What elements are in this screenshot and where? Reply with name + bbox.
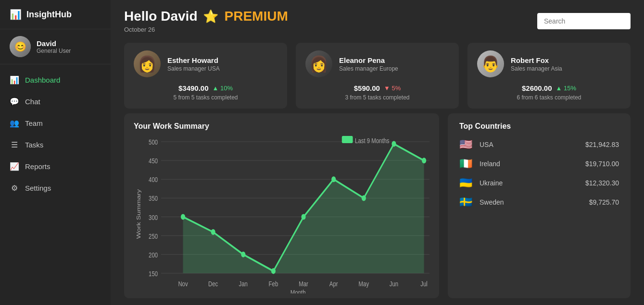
tasks-icon: ☰ — [10, 140, 19, 149]
svg-text:Month: Month — [290, 288, 306, 293]
avatar: 😊 — [10, 36, 31, 57]
svg-text:200: 200 — [149, 251, 158, 259]
svg-marker-29 — [183, 144, 424, 273]
card-1-name: Esther Howard — [167, 56, 220, 64]
card-3-info: Robert Fox Sales manager Asia — [511, 56, 562, 72]
card-2-role: Sales manager Europe — [339, 65, 398, 72]
card-3-stats: $2600.00 ▲ 15% 6 from 6 tasks completed — [477, 84, 621, 101]
card-1-amount: $3490.00 — [178, 84, 209, 92]
country-name-usa: USA — [480, 141, 579, 148]
logo-icon: 📊 — [10, 9, 22, 20]
svg-text:Work Summary: Work Summary — [135, 189, 141, 239]
sidebar-item-reports[interactable]: 📈 Reports — [0, 156, 111, 177]
country-row-3: 🇺🇦 Ukraine $12,320.30 — [459, 177, 619, 189]
svg-point-33 — [271, 268, 276, 274]
svg-text:Jan: Jan — [239, 280, 248, 288]
user-role: General User — [37, 48, 71, 54]
svg-point-35 — [331, 176, 336, 182]
sidebar-item-label-team: Team — [25, 119, 43, 127]
svg-text:Apr: Apr — [329, 280, 338, 288]
svg-point-32 — [241, 252, 245, 257]
app-name: InsightHub — [26, 10, 72, 20]
chart-title: Your Work Summary — [134, 122, 429, 131]
card-1-avatar: 👩 — [134, 50, 161, 77]
country-name-ireland: Ireland — [480, 160, 579, 168]
chat-icon: 💬 — [10, 97, 19, 106]
header-date: October 26 — [124, 26, 288, 33]
sidebar: 📊 InsightHub 😊 David General User 📊 Dash… — [0, 0, 111, 305]
svg-text:400: 400 — [149, 176, 158, 184]
reports-icon: 📈 — [10, 162, 19, 171]
svg-point-37 — [391, 141, 396, 147]
work-summary-svg: 500 450 400 350 300 250 200 150 Work Sum… — [134, 134, 429, 293]
card-2-info: Eleanor Pena Sales manager Europe — [339, 56, 398, 72]
manager-card-3: 👨 Robert Fox Sales manager Asia $2600.00… — [467, 43, 631, 109]
header-left: Hello David ⭐ PREMIUM October 26 — [124, 9, 288, 33]
card-1-role: Sales manager USA — [167, 65, 220, 72]
top-countries-card: Top Countries 🇺🇸 USA $21,942.83 🇮🇪 Irela… — [448, 113, 631, 298]
country-row-2: 🇮🇪 Ireland $19,710.00 — [459, 158, 619, 170]
card-1-stats: $3490.00 ▲ 10% 5 from 5 tasks completed — [134, 84, 278, 101]
user-name: David — [37, 39, 71, 48]
svg-text:300: 300 — [149, 213, 158, 221]
country-row-4: 🇸🇪 Sweden $9,725.70 — [459, 196, 619, 208]
sidebar-item-label-chat: Chat — [25, 98, 40, 106]
card-1-tasks: 5 from 5 tasks completed — [173, 94, 238, 101]
country-amount-ireland: $19,710.00 — [585, 160, 619, 168]
flag-sweden: 🇸🇪 — [459, 196, 473, 208]
card-3-amount: $2600.00 — [522, 84, 552, 92]
user-profile: 😊 David General User — [0, 29, 111, 64]
card-1-info: Esther Howard Sales manager USA — [167, 56, 220, 72]
header: Hello David ⭐ PREMIUM October 26 — [111, 0, 644, 35]
sidebar-item-label-dashboard: Dashboard — [25, 76, 60, 84]
search-input[interactable] — [537, 13, 631, 29]
card-3-header: 👨 Robert Fox Sales manager Asia — [477, 50, 621, 77]
card-3-tasks: 6 from 6 tasks completed — [517, 94, 581, 101]
country-amount-sweden: $9,725.70 — [589, 198, 619, 206]
svg-point-31 — [211, 229, 215, 235]
sidebar-item-team[interactable]: 👥 Team — [0, 112, 111, 134]
card-1-header: 👩 Esther Howard Sales manager USA — [134, 50, 278, 77]
card-2-avatar: 👩 — [305, 50, 332, 77]
card-2-amount: $590.00 — [354, 84, 380, 92]
card-3-pct: ▲ 15% — [556, 85, 577, 92]
manager-cards-row: 👩 Esther Howard Sales manager USA $3490.… — [111, 35, 644, 113]
manager-card-2: 👩 Eleanor Pena Sales manager Europe $590… — [296, 43, 459, 109]
premium-star-icon: ⭐ — [203, 9, 218, 24]
svg-point-38 — [422, 158, 426, 163]
sidebar-item-chat[interactable]: 💬 Chat — [0, 91, 111, 112]
card-3-role: Sales manager Asia — [511, 65, 562, 72]
countries-title: Top Countries — [459, 122, 619, 131]
card-1-pct: ▲ 10% — [213, 85, 233, 92]
work-summary-chart-card: Your Work Summary 500 450 400 350 — [124, 113, 439, 298]
svg-text:Dec: Dec — [208, 280, 218, 288]
page-title: Hello David ⭐ PREMIUM — [124, 9, 288, 24]
sidebar-item-settings[interactable]: ⚙ Settings — [0, 177, 111, 199]
country-name-ukraine: Ukraine — [480, 179, 579, 187]
main-content: Hello David ⭐ PREMIUM October 26 👩 Esthe… — [111, 0, 644, 305]
svg-text:Feb: Feb — [269, 280, 278, 288]
card-2-stats: $590.00 ▼ 5% 3 from 5 tasks completed — [305, 84, 449, 101]
svg-text:Last 9 Months: Last 9 Months — [355, 137, 390, 145]
svg-text:May: May — [359, 280, 369, 288]
card-2-header: 👩 Eleanor Pena Sales manager Europe — [305, 50, 449, 77]
svg-text:Mar: Mar — [299, 280, 308, 288]
svg-text:350: 350 — [149, 195, 158, 203]
sidebar-nav: 📊 Dashboard 💬 Chat 👥 Team ☰ Tasks 📈 Repo… — [0, 69, 111, 305]
user-info: David General User — [37, 39, 71, 54]
country-amount-usa: $21,942.83 — [585, 141, 619, 148]
svg-point-34 — [302, 214, 306, 220]
country-row-1: 🇺🇸 USA $21,942.83 — [459, 138, 619, 151]
manager-card-1: 👩 Esther Howard Sales manager USA $3490.… — [124, 43, 287, 109]
sidebar-item-label-tasks: Tasks — [25, 141, 43, 149]
flag-ukraine: 🇺🇦 — [459, 177, 473, 189]
card-2-tasks: 3 from 5 tasks completed — [345, 94, 409, 101]
bottom-section: Your Work Summary 500 450 400 350 — [111, 113, 644, 305]
country-amount-ukraine: $12,320.30 — [585, 179, 619, 187]
sidebar-item-dashboard[interactable]: 📊 Dashboard — [0, 69, 111, 91]
sidebar-item-tasks[interactable]: ☰ Tasks — [0, 134, 111, 156]
svg-text:250: 250 — [149, 232, 158, 240]
card-2-name: Eleanor Pena — [339, 56, 398, 64]
search-box — [537, 13, 631, 29]
card-3-name: Robert Fox — [511, 56, 562, 64]
